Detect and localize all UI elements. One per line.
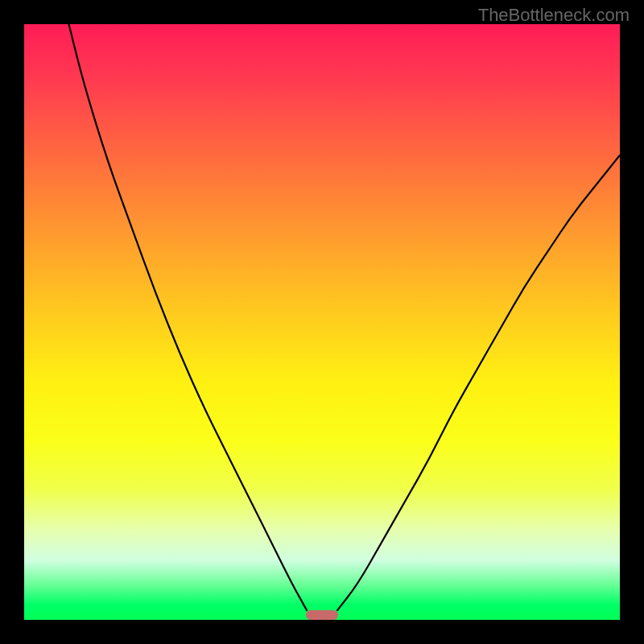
watermark-text: TheBottleneck.com <box>478 5 630 26</box>
right-curve <box>337 155 621 611</box>
bottleneck-marker <box>306 610 339 621</box>
plot-area <box>24 24 620 620</box>
curve-svg <box>24 24 620 620</box>
left-curve <box>69 24 308 611</box>
